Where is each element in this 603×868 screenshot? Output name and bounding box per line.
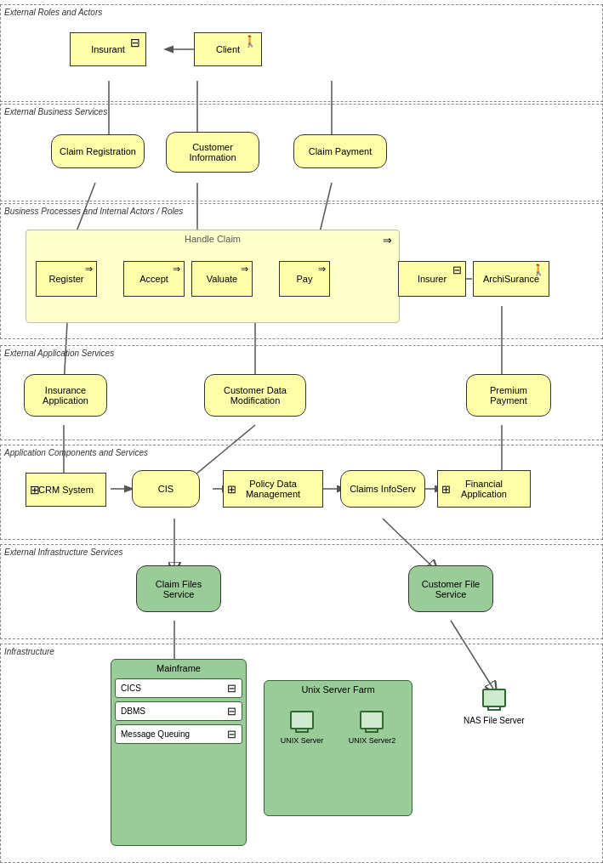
swimlane-external-business-label: External Business Services [4, 107, 107, 116]
customer-file-service-label: Customer File Service [412, 579, 489, 599]
dbms-icon: ⊟ [227, 705, 236, 718]
valuate-arrow-icon: ⇒ [241, 264, 248, 275]
unix-server-monitor [290, 711, 314, 729]
financial-app-box[interactable]: ⊞ Financial Application [437, 470, 531, 508]
claim-files-service-box[interactable]: Claim Files Service [136, 565, 221, 612]
customer-data-mod-label: Customer Data Modification [208, 385, 302, 406]
claims-infoserv-label: Claims InfoServ [350, 484, 416, 494]
register-box[interactable]: Register ⇒ [36, 261, 97, 297]
unix-server2-monitor [360, 711, 384, 729]
unix-server-farm-title: Unix Server Farm [268, 684, 408, 695]
valuate-box[interactable]: Valuate ⇒ [191, 261, 253, 297]
mainframe-title: Mainframe [115, 663, 242, 673]
claim-files-service-label: Claim Files Service [140, 579, 217, 599]
premium-payment-label: Premium Payment [470, 385, 547, 406]
cis-box[interactable]: CIS [132, 470, 200, 508]
fin-comp-icon: ⊞ [441, 483, 451, 496]
archisurance-box[interactable]: ArchiSurance 🚶 [473, 261, 549, 297]
client-box[interactable]: Client 🚶 [194, 32, 262, 66]
message-queuing-item[interactable]: Message Queuing ⊟ [115, 724, 242, 744]
cics-icon: ⊟ [227, 682, 236, 695]
accept-arrow-icon: ⇒ [173, 264, 180, 275]
register-label: Register [49, 274, 84, 284]
unix-server2-container: UNIX Server2 [349, 711, 396, 745]
mq-icon: ⊟ [227, 728, 236, 740]
insurance-application-label: Insurance Application [28, 385, 103, 406]
swimlane-infrastructure-label: Infrastructure [4, 647, 54, 656]
financial-app-label: Financial Application [441, 479, 526, 499]
insurance-application-box[interactable]: Insurance Application [24, 374, 107, 417]
policy-data-mgmt-label: Policy Data Management [227, 479, 319, 499]
unix-server-container: UNIX Server [281, 711, 324, 745]
accept-label: Accept [139, 274, 168, 284]
swimlane-external-infra: External Infrastructure Services [0, 544, 603, 639]
customer-information-label: Customer Information [170, 142, 255, 162]
claims-infoserv-box[interactable]: Claims InfoServ [340, 470, 425, 508]
dbms-label: DBMS [121, 706, 145, 716]
cics-item[interactable]: CICS ⊟ [115, 678, 242, 698]
pay-label: Pay [297, 274, 313, 284]
crm-system-label: CRM System [38, 485, 94, 495]
pay-arrow-icon: ⇒ [318, 264, 326, 275]
archisurance-actor-icon: 🚶 [532, 264, 545, 276]
register-arrow-icon: ⇒ [85, 264, 93, 275]
unix-server-farm-box[interactable]: Unix Server Farm UNIX Server UNIX Server… [264, 680, 412, 816]
message-queuing-label: Message Queuing [121, 729, 190, 739]
diagram-container: External Roles and Actors Insurant ⊟ Cli… [0, 0, 603, 868]
handle-claim-label: Handle Claim [185, 234, 241, 244]
swimlane-external-app-label: External Application Services [4, 349, 114, 358]
policy-data-mgmt-box[interactable]: ⊞ Policy Data Management [223, 470, 323, 508]
crm-system-box[interactable]: ⊞ CRM System [26, 473, 106, 507]
customer-file-service-box[interactable]: Customer File Service [408, 565, 493, 612]
swimlane-app-components-label: Application Components and Services [4, 448, 148, 457]
unix-server2-label: UNIX Server2 [349, 736, 396, 745]
insurer-label: Insurer [418, 274, 447, 284]
premium-payment-box[interactable]: Premium Payment [466, 374, 551, 417]
pay-box[interactable]: Pay ⇒ [279, 261, 330, 297]
claim-registration-box[interactable]: Claim Registration [51, 134, 145, 168]
valuate-label: Valuate [207, 274, 238, 284]
actor-icon: 🚶 [243, 35, 257, 48]
nas-monitor [482, 689, 506, 707]
claim-payment-label: Claim Payment [309, 146, 373, 156]
insurant-label: Insurant [91, 44, 125, 54]
mainframe-box[interactable]: Mainframe CICS ⊟ DBMS ⊟ Message Queuing … [111, 659, 247, 846]
pdm-comp-icon: ⊞ [227, 483, 236, 496]
swimlane-external-infra-label: External Infrastructure Services [4, 547, 123, 557]
claim-registration-label: Claim Registration [60, 146, 136, 156]
customer-data-mod-box[interactable]: Customer Data Modification [204, 374, 306, 417]
swimlane-business-processes-label: Business Processes and Internal Actors /… [4, 207, 183, 216]
insurer-box[interactable]: Insurer ⊟ [398, 261, 466, 297]
customer-information-box[interactable]: Customer Information [166, 132, 259, 173]
nas-file-server-label: NAS File Server [464, 716, 525, 725]
nas-file-server-container: NAS File Server [464, 689, 525, 725]
cis-label: CIS [158, 484, 174, 494]
accept-box[interactable]: Accept ⇒ [123, 261, 185, 297]
insurer-component-icon: ⊟ [452, 264, 462, 276]
cics-label: CICS [121, 684, 141, 693]
unix-server-label: UNIX Server [281, 736, 324, 745]
handle-claim-arrow-icon: ⇒ [383, 234, 392, 247]
client-label: Client [216, 44, 240, 54]
dbms-item[interactable]: DBMS ⊟ [115, 701, 242, 721]
crm-comp-icon: ⊞ [30, 483, 40, 496]
component-icon: ⊟ [130, 36, 140, 49]
insurant-box[interactable]: Insurant ⊟ [70, 32, 146, 66]
claim-payment-box[interactable]: Claim Payment [293, 134, 387, 168]
swimlane-external-roles-label: External Roles and Actors [4, 8, 102, 17]
